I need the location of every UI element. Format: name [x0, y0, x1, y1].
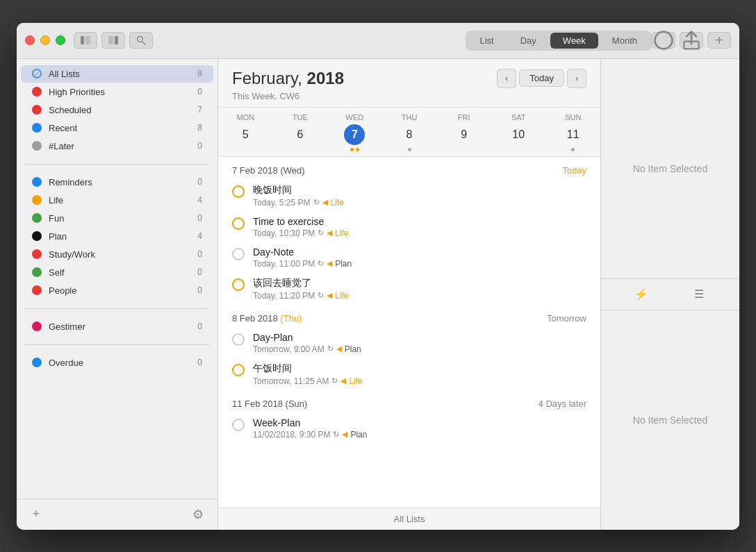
next-week-button[interactable]: ›: [567, 69, 586, 88]
priority-icon-sleep: ◀: [327, 291, 332, 300]
week-col-sun: Sun 11: [545, 108, 600, 156]
calendar-title: February, 2018: [232, 69, 344, 88]
add-list-button[interactable]: +: [28, 506, 44, 523]
calendar-area: February, 2018 ‹ Today › This Week. CW6 …: [218, 59, 600, 530]
sidebar-item-fun[interactable]: Fun 0: [21, 210, 213, 227]
task-checkbox-dayplan[interactable]: [232, 333, 245, 346]
date-section-title-3: 11 Feb 2018 (Sun): [232, 399, 307, 409]
sidebar-item-all-lists[interactable]: ✓ All Lists 8: [21, 65, 213, 83]
date-section-title-2: 8 Feb 2018 (Thu): [232, 313, 302, 324]
recent-icon: [32, 123, 42, 133]
add-btn[interactable]: +: [707, 32, 731, 49]
sidebar-item-life[interactable]: Life 4: [21, 192, 213, 209]
task-name-dayplan: Day-Plan: [253, 332, 586, 343]
priority-icon-wanfan: ◀: [322, 198, 328, 207]
life-count: 4: [191, 195, 202, 205]
all-lists-count: 8: [191, 69, 202, 78]
overdue-count: 0: [191, 358, 202, 367]
svg-point-4: [138, 37, 143, 42]
fullscreen-button[interactable]: [56, 35, 65, 45]
sidebar-item-overdue[interactable]: Overdue 0: [21, 354, 213, 371]
tab-month[interactable]: Month: [600, 33, 650, 49]
task-checkbox-sleep[interactable]: [232, 278, 245, 291]
task-info-sleep: 该回去睡觉了 Today, 11:20 PM ↻ ◀ Life: [253, 277, 586, 301]
study-work-icon: [32, 249, 42, 259]
main-content: ✓ All Lists 8 High Priorities 0 Schedule…: [17, 59, 739, 530]
sidebar-item-recent[interactable]: Recent 8: [21, 119, 213, 137]
repeat-icon-wanfan: ↻: [313, 198, 320, 207]
close-button[interactable]: [25, 35, 35, 45]
task-info-wufan: 午饭时间 Tomorrow, 11:25 AM ↻ ◀ Life: [253, 362, 586, 386]
overdue-label: Overdue: [49, 358, 191, 368]
task-row-weekplan[interactable]: Week-Plan 11/02/2018, 9:30 PM ↻ ◀ Plan: [218, 413, 600, 444]
high-priorities-count: 0: [191, 87, 202, 97]
tab-list[interactable]: List: [468, 33, 507, 49]
search-button[interactable]: [129, 32, 153, 49]
minimize-button[interactable]: [40, 35, 50, 45]
task-row-dayplan[interactable]: Day-Plan Tomorrow, 9:00 AM ↻ ◀ Plan: [218, 328, 600, 358]
sidebar-item-reminders[interactable]: Reminders 0: [21, 174, 213, 191]
priority-icon-exercise: ◀: [327, 228, 332, 237]
lightning-button[interactable]: ⚡: [630, 285, 652, 304]
week-col-thu: Thu 8: [382, 108, 437, 156]
task-meta-dayplan: Tomorrow, 9:00 AM ↻ ◀ Plan: [253, 344, 586, 354]
life-label: Life: [49, 195, 191, 206]
right-panel-top: No Item Selected: [601, 59, 739, 278]
sidebar-item-later[interactable]: #Later 0: [21, 137, 213, 155]
priority-icon-wufan: ◀: [340, 376, 346, 385]
task-checkbox-weekplan[interactable]: [232, 419, 245, 431]
task-checkbox-exercise[interactable]: [232, 217, 245, 230]
task-row-daynote[interactable]: Day-Note Today, 11:00 PM ↻ ◀ Plan: [218, 242, 600, 273]
repeat-icon-wufan: ↻: [331, 376, 338, 385]
settings-button[interactable]: ⚙: [190, 506, 206, 523]
date-section-title-1: 7 Feb 2018 (Wed): [232, 165, 305, 176]
repeat-icon-weekplan: ↻: [333, 430, 339, 439]
tab-day[interactable]: Day: [508, 33, 549, 49]
sidebar-item-high-priorities[interactable]: High Priorities 0: [21, 83, 213, 101]
task-row-sleep[interactable]: 该回去睡觉了 Today, 11:20 PM ↻ ◀ Life: [218, 273, 600, 305]
task-checkbox-wanfan[interactable]: [232, 185, 245, 198]
list-tag-sleep: Life: [335, 291, 348, 301]
scheduled-label: Scheduled: [49, 105, 191, 115]
panel-toggle-button[interactable]: [101, 32, 125, 49]
sidebar-item-self[interactable]: Self 0: [21, 264, 213, 281]
titlebar: List Day Week Month +: [17, 23, 739, 59]
today-button[interactable]: Today: [519, 69, 564, 87]
sidebar-item-gestimer[interactable]: Gestimer 0: [21, 318, 213, 335]
fun-count: 0: [191, 213, 202, 223]
sidebar-item-study-work[interactable]: Study/Work 0: [21, 246, 213, 263]
later-icon: [32, 141, 42, 151]
life-icon: [32, 195, 42, 205]
task-row-exercise[interactable]: Time to exercise Today, 10:30 PM ↻ ◀ Lif…: [218, 212, 600, 242]
priority-icon-weekplan: ◀: [342, 430, 347, 439]
sidebar-divider-3: [25, 344, 209, 345]
prev-week-button[interactable]: ‹: [497, 69, 516, 88]
thu-dot-1: [408, 148, 411, 151]
sidebar-item-people[interactable]: People 0: [21, 282, 213, 299]
task-checkbox-daynote[interactable]: [232, 248, 245, 260]
task-info-wanfan: 晚饭时间 Today, 5:25 PM ↻ ◀ Life: [253, 184, 586, 208]
task-meta-sleep: Today, 11:20 PM ↻ ◀ Life: [253, 291, 586, 301]
overdue-icon: [32, 358, 42, 367]
sidebar-toggle-button[interactable]: [74, 32, 97, 49]
sidebar-item-scheduled[interactable]: Scheduled 7: [21, 101, 213, 119]
calendar-nav: ‹ Today ›: [497, 69, 586, 88]
task-name-daynote: Day-Note: [253, 246, 586, 258]
study-work-count: 0: [191, 249, 202, 259]
share-btn[interactable]: [680, 32, 703, 49]
date-section-label-2: Tomorrow: [547, 313, 586, 324]
week-col-fri: Fri 9: [436, 108, 491, 156]
repeat-icon-dayplan: ↻: [327, 344, 334, 353]
task-checkbox-wufan[interactable]: [232, 364, 245, 376]
task-meta-exercise: Today, 10:30 PM ↻ ◀ Life: [253, 228, 586, 238]
task-row-wufan[interactable]: 午饭时间 Tomorrow, 11:25 AM ↻ ◀ Life: [218, 358, 600, 390]
list-view-button[interactable]: ☰: [688, 285, 710, 304]
circle-btn[interactable]: [652, 32, 675, 49]
sidebar-item-plan[interactable]: Plan 4: [21, 228, 213, 245]
svg-rect-1: [85, 36, 90, 44]
scheduled-count: 7: [191, 105, 202, 115]
tab-week[interactable]: Week: [550, 33, 598, 49]
task-info-exercise: Time to exercise Today, 10:30 PM ↻ ◀ Lif…: [253, 216, 586, 238]
task-row-wanfan[interactable]: 晚饭时间 Today, 5:25 PM ↻ ◀ Life: [218, 180, 600, 212]
task-name-sleep: 该回去睡觉了: [253, 277, 586, 290]
